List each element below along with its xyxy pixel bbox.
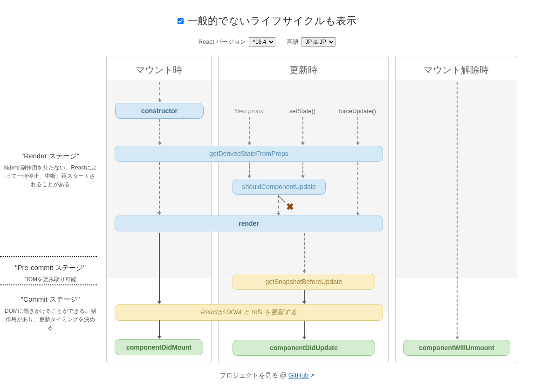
updating-title: 更新時: [219, 56, 388, 84]
arrow: [249, 117, 250, 143]
arrow-head-icon: [157, 336, 161, 339]
mounting-title: マウント時: [107, 56, 211, 84]
render-box[interactable]: render: [115, 216, 383, 231]
arrow-head-icon: [302, 337, 306, 339]
arrow: [302, 162, 303, 176]
scu-box[interactable]: shouldComponentUpdate: [233, 179, 326, 195]
arrow-head-icon: [302, 270, 306, 273]
arrow: [357, 162, 358, 214]
divider-1: [0, 256, 97, 257]
cdu-box[interactable]: componentDidUpdate: [233, 340, 375, 356]
cwu-box[interactable]: componentWillUnmount: [403, 340, 510, 356]
arrow-head-icon: [301, 176, 305, 178]
arrow-head-icon: [247, 142, 251, 145]
unmounting-title: マウント解除時: [396, 56, 517, 84]
arrow: [159, 162, 160, 213]
version-control: React バージョン ^16.4: [199, 37, 276, 47]
arrow: [302, 117, 303, 143]
arrow-head-icon: [356, 142, 360, 145]
precommit-stage-label: "Pre-commit ステージ" DOMを読み取り可能: [4, 264, 97, 284]
footer-text: プロジェクトを見る @: [219, 372, 288, 379]
divider-2: [0, 284, 97, 285]
version-label: React バージョン: [199, 38, 246, 46]
arrow-head-icon: [247, 176, 251, 178]
arrow: [249, 162, 250, 176]
force-update-label: forceUpdate(): [334, 108, 381, 115]
render-stage-label: "Render ステージ" 純粋で副作用を持たない。Reactによって一時停止、…: [4, 152, 97, 189]
github-link[interactable]: GitHub↗: [288, 372, 315, 379]
version-select[interactable]: ^16.4: [249, 37, 275, 47]
arrow: [159, 320, 160, 337]
arrow-head-icon: [158, 142, 162, 145]
arrow: [304, 321, 305, 338]
footer: プロジェクトを見る @ GitHub↗: [0, 363, 534, 388]
external-link-icon: ↗: [310, 372, 315, 379]
arrow: [159, 82, 160, 101]
arrow: [159, 119, 160, 143]
arrow-head-icon: [301, 142, 305, 145]
cdm-box[interactable]: componentDidMount: [115, 339, 203, 355]
set-state-label: setState(): [284, 108, 321, 115]
gsbu-box[interactable]: getSnapshotBeforeUpdate: [233, 274, 375, 290]
show-uncommon-label: 一般的でないライフサイクルも表示: [187, 14, 356, 28]
arrow-head-icon: [157, 212, 161, 215]
arrow: [457, 82, 458, 339]
lang-label: 言語: [287, 38, 299, 46]
lang-select[interactable]: JP ja-JP: [301, 37, 335, 47]
lang-control: 言語 JP ja-JP: [287, 37, 335, 47]
arrow: [278, 195, 279, 214]
arrow-head-icon: [158, 100, 162, 102]
gdsfp-box[interactable]: getDerivedStateFromProps: [115, 146, 383, 162]
show-uncommon-checkbox[interactable]: [178, 18, 184, 24]
arrow: [357, 117, 358, 143]
arrow-head-icon: [455, 337, 459, 339]
commit-stage-label: "Commit ステージ" DOMに働きかけることができる。副作用があり、更新タ…: [4, 295, 97, 332]
constructor-box[interactable]: constructor: [115, 103, 204, 119]
x-mark-icon: ✖: [286, 201, 294, 212]
arrow: [304, 233, 305, 271]
unmounting-column: マウント解除時 componentWillUnmount: [395, 56, 517, 363]
arrow: [304, 290, 305, 302]
react-updates-box: Reactが DOM と refs を更新する: [115, 304, 383, 321]
render-zone-bg: [396, 81, 517, 278]
new-props-label: New props: [228, 108, 270, 115]
arrow: [159, 233, 160, 303]
